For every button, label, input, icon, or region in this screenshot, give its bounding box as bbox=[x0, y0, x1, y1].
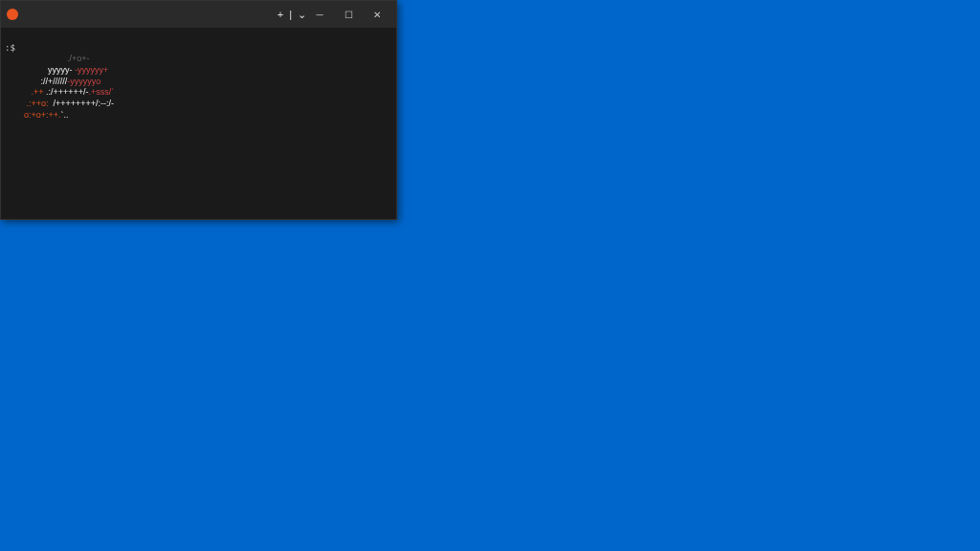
tab-dropdown-icon[interactable]: ⌄ bbox=[298, 9, 306, 21]
ubuntu-titlebar[interactable]: + | ⌄ ─ ☐ ✕ bbox=[1, 1, 396, 28]
ubuntu-terminal-window[interactable]: + | ⌄ ─ ☐ ✕ :$ ./+o+- yyyyy- -yyyyyy+ :/… bbox=[0, 0, 397, 220]
close-button[interactable]: ✕ bbox=[364, 4, 390, 25]
maximize-button[interactable]: ☐ bbox=[335, 4, 362, 25]
tab-add-icon[interactable]: + bbox=[278, 9, 283, 20]
minimize-button[interactable]: ─ bbox=[306, 4, 333, 25]
ubuntu-icon bbox=[7, 9, 18, 20]
ubuntu-terminal-body[interactable]: :$ ./+o+- yyyyy- -yyyyyy+ ://+//////-yyy… bbox=[1, 28, 396, 125]
